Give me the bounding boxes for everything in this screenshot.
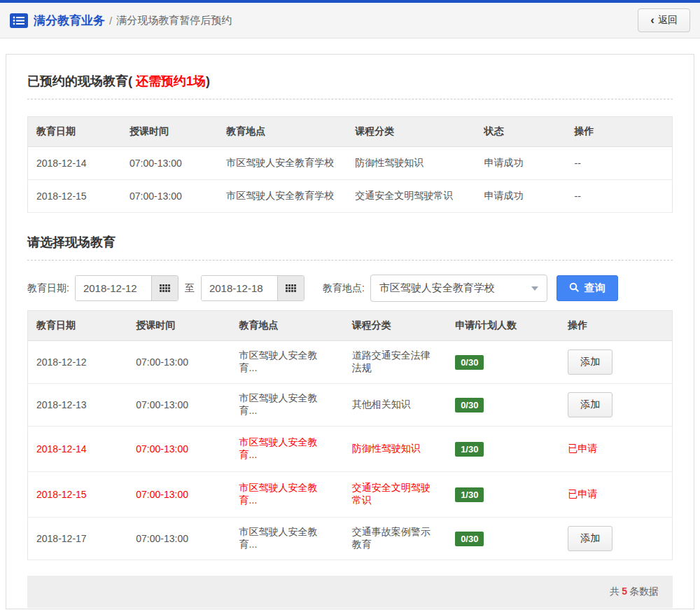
col-header: 申请/计划人数	[447, 311, 559, 341]
add-button[interactable]: 添加	[568, 392, 612, 417]
col-header: 教育地点	[231, 311, 344, 341]
table-row: 2018-12-12 07:00-13:00 市区驾驶人安全教育... 道路交通…	[28, 341, 673, 384]
table-row-applied: 2018-12-15 07:00-13:00 市区驾驶人安全教育... 交通安全…	[28, 472, 673, 518]
section-divider	[27, 260, 673, 261]
total-suffix: 条数据	[629, 585, 659, 597]
cell-action: 添加	[559, 341, 672, 384]
filter-bar: 教育日期: 至 教育地点: 市区驾驶人安全教育学校 查询	[27, 275, 673, 302]
cell-action: 已申请	[559, 472, 672, 518]
table-row: 2018-12-17 07:00-13:00 市区驾驶人安全教育... 交通事故…	[28, 518, 673, 560]
cell-time: 07:00-13:00	[127, 472, 230, 518]
count-badge: 1/30	[455, 442, 484, 457]
count-badge: 1/30	[455, 487, 484, 502]
cell-place: 市区驾驶人安全教育...	[231, 341, 344, 384]
cell-count: 0/30	[447, 518, 559, 560]
chevron-left-icon: ‹	[650, 15, 654, 25]
cell-action: 添加	[559, 518, 672, 560]
choose-section-title: 请选择现场教育	[27, 234, 673, 251]
cell-course: 交通事故案例警示教育	[344, 518, 447, 560]
date-to-input[interactable]	[202, 276, 277, 300]
cell-date: 2018-12-12	[28, 341, 128, 384]
search-button-label: 查询	[584, 282, 606, 295]
cell-time: 07:00-13:00	[121, 180, 218, 213]
cell-time: 07:00-13:00	[127, 384, 230, 427]
date-range-to-label: 至	[185, 282, 195, 295]
table-row: 2018-12-15 07:00-13:00 市区驾驶人安全教育学校 交通安全文…	[28, 180, 673, 213]
booked-title-close: )	[206, 74, 210, 88]
cell-date: 2018-12-14	[28, 427, 128, 472]
col-header: 操作	[559, 311, 672, 341]
calendar-icon[interactable]	[151, 276, 178, 300]
search-button[interactable]: 查询	[556, 275, 618, 301]
cell-status: 申请成功	[476, 147, 566, 180]
col-header: 操作	[566, 117, 672, 147]
cell-place: 市区驾驶人安全教育...	[231, 427, 344, 472]
main-panel: 已预约的现场教育( 还需预约1场) 教育日期 授课时间 教育地点 课程分类 状态…	[6, 54, 694, 609]
cell-date: 2018-12-13	[28, 384, 128, 427]
place-select-value: 市区驾驶人安全教育学校	[379, 282, 495, 295]
count-badge: 0/30	[455, 355, 484, 370]
table-row-applied: 2018-12-14 07:00-13:00 市区驾驶人安全教育... 防御性驾…	[28, 427, 673, 472]
cell-count: 0/30	[447, 384, 559, 427]
col-header: 课程分类	[346, 117, 475, 147]
cell-place: 市区驾驶人安全教育...	[231, 384, 344, 427]
count-badge: 0/30	[455, 398, 484, 413]
choose-table-header: 教育日期 授课时间 教育地点 课程分类 申请/计划人数 操作	[28, 311, 673, 341]
date-from-group	[75, 275, 178, 301]
applied-status-text: 已申请	[568, 443, 597, 454]
cell-time: 07:00-13:00	[121, 147, 218, 180]
calendar-icon[interactable]	[277, 276, 304, 300]
cell-time: 07:00-13:00	[127, 518, 230, 560]
col-header: 教育日期	[28, 311, 128, 341]
breadcrumb-current: 满分现场教育暂停后预约	[116, 14, 232, 27]
cell-course: 交通安全文明驾驶常识	[344, 472, 447, 518]
cell-course: 防御性驾驶知识	[346, 147, 475, 180]
cell-action: --	[566, 180, 672, 213]
cell-time: 07:00-13:00	[127, 341, 230, 384]
page-header: 满分教育业务 / 满分现场教育暂停后预约 ‹ 返回	[0, 3, 700, 39]
cell-date: 2018-12-15	[28, 472, 128, 518]
col-header: 课程分类	[344, 311, 447, 341]
cell-action: --	[566, 147, 672, 180]
add-button[interactable]: 添加	[568, 526, 612, 551]
cell-count: 0/30	[447, 341, 559, 384]
count-badge: 0/30	[455, 532, 484, 546]
booked-table-header: 教育日期 授课时间 教育地点 课程分类 状态 操作	[28, 117, 673, 147]
section-divider	[27, 99, 673, 99]
booked-table: 教育日期 授课时间 教育地点 课程分类 状态 操作 2018-12-14 07:…	[27, 116, 673, 213]
place-filter-label: 教育地点:	[323, 282, 365, 295]
cell-date: 2018-12-17	[28, 518, 128, 560]
cell-course: 防御性驾驶知识	[344, 427, 447, 472]
cell-count: 1/30	[447, 427, 559, 472]
list-icon	[10, 13, 28, 28]
date-from-input[interactable]	[76, 276, 151, 300]
total-prefix: 共	[610, 585, 620, 597]
place-select[interactable]: 市区驾驶人安全教育学校	[370, 275, 547, 302]
search-icon	[569, 282, 580, 295]
col-header: 状态	[476, 117, 566, 147]
table-row: 2018-12-13 07:00-13:00 市区驾驶人安全教育... 其他相关…	[28, 384, 673, 427]
cell-place: 市区驾驶人安全教育...	[231, 472, 344, 518]
booked-title-highlight: 还需预约1场	[132, 74, 206, 88]
breadcrumb-root[interactable]: 满分教育业务	[34, 13, 105, 29]
breadcrumb-separator: /	[109, 15, 112, 27]
cell-action: 添加	[559, 384, 672, 427]
cell-status: 申请成功	[476, 180, 566, 213]
total-count: 5	[622, 585, 627, 597]
back-button-label: 返回	[658, 14, 678, 27]
table-row: 2018-12-14 07:00-13:00 市区驾驶人安全教育学校 防御性驾驶…	[28, 147, 673, 180]
cell-place: 市区驾驶人安全教育学校	[218, 180, 346, 213]
applied-status-text: 已申请	[568, 488, 597, 499]
date-filter-label: 教育日期:	[27, 282, 69, 295]
booked-title-text: 已预约的现场教育(	[27, 74, 132, 88]
cell-place: 市区驾驶人安全教育...	[231, 518, 344, 560]
cell-course: 其他相关知识	[344, 384, 447, 427]
add-button[interactable]: 添加	[568, 349, 612, 375]
cell-course: 道路交通安全法律法规	[344, 341, 447, 384]
cell-date: 2018-12-14	[28, 147, 122, 180]
cell-action: 已申请	[559, 427, 672, 472]
back-button[interactable]: ‹ 返回	[638, 8, 690, 32]
list-footer: 共5条数据	[27, 576, 673, 608]
chevron-down-icon	[531, 286, 538, 291]
cell-time: 07:00-13:00	[127, 427, 230, 472]
